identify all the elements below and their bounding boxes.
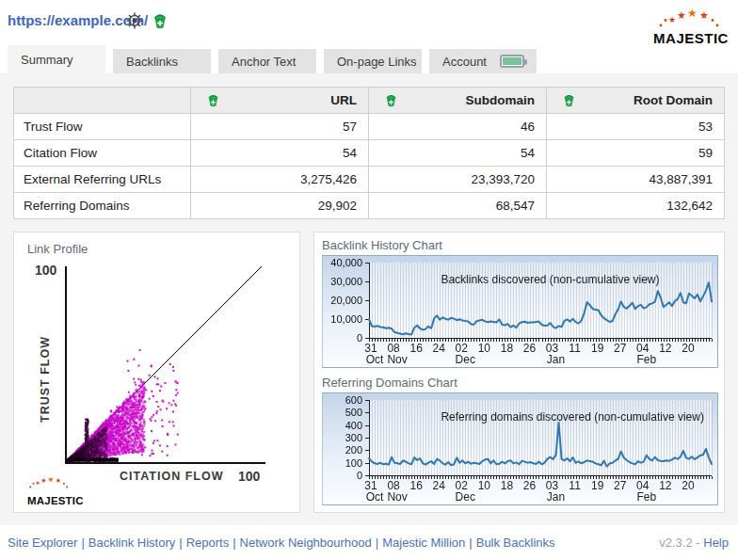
tab-backlinks-label: Backlinks [126,55,178,69]
trust-flow-axis-max-label: 100 [35,263,56,278]
battery-fill [503,57,521,65]
ref-domains-subdomain-value: 68,547 [368,193,546,219]
footer-separator: | [376,536,378,550]
citation-flow-url-value: 54 [190,140,368,167]
metrics-header-row: URL Subdomain Root Domain [14,88,725,114]
tab-summary[interactable]: Summary [8,45,105,73]
footer: Site Explorer|Backlink History|Reports|N… [0,525,738,560]
majestic-extension-window: https://example.com/ [0,0,738,560]
table-row-trust-flow: Trust Flow 57 46 53 [14,114,725,140]
ext-ref-urls-url-value: 3,275,426 [190,167,368,193]
bucket-icon[interactable] [206,92,220,111]
link-backlink-history[interactable]: Backlink History [88,536,175,550]
metrics-corner-cell [14,88,191,114]
tab-summary-label: Summary [21,53,73,67]
charts-row: Link Profile 100 TRUST FLOW CITATION FLO… [13,232,725,513]
link-profile-scatter-chart [63,266,265,466]
footer-separator: | [81,536,84,550]
svg-text:★: ★ [40,476,46,485]
majestic-logo[interactable]: ★ ★ ★ ★ MAJESTIC [653,8,729,45]
column-label-subdomain: Subdomain [465,93,535,107]
ext-ref-urls-root-domain-value: 43,887,391 [546,167,724,193]
row-label: External Referring URLs [14,167,191,193]
ref-domains-url-value: 29,902 [190,193,368,219]
referring-domains-chart-title: Referring Domains Chart [322,376,457,390]
link-reports[interactable]: Reports [186,536,230,550]
trust-flow-axis-label: TRUST FLOW [39,336,52,423]
backlink-history-line-chart [322,255,718,368]
link-site-explorer[interactable]: Site Explorer [8,536,77,550]
link-network-neighbourhood[interactable]: Network Neighbourhood [240,536,372,550]
version-text: v2.3.2 - [659,536,699,550]
tab-anchor-text-label: Anchor Text [232,55,296,69]
svg-text:★: ★ [56,476,61,485]
majestic-mini-logo: ★ ★ ★ ★ MAJESTIC [27,475,88,506]
column-header-subdomain: Subdomain [368,88,546,114]
link-profile-title: Link Profile [27,242,88,256]
footer-version-area: v2.3.2 - Help [659,536,729,550]
tab-on-page-links-label: On-page Links [337,55,417,69]
column-label-root-domain: Root Domain [634,93,713,107]
majestic-brand-text: MAJESTIC [653,32,729,45]
column-header-root-domain: Root Domain [546,88,724,114]
table-row-external-referring-urls: External Referring URLs 3,275,426 23,393… [14,167,725,193]
bucket-icon[interactable] [562,92,576,111]
citation-flow-subdomain-value: 54 [368,140,546,167]
svg-text:★: ★ [47,475,54,484]
link-bulk-backlinks[interactable]: Bulk Backlinks [476,536,555,550]
majestic-stars-icon: ★ ★ ★ ★ [27,475,72,491]
svg-text:★: ★ [677,9,686,22]
bucket-icon[interactable] [384,92,398,111]
ext-ref-urls-subdomain-value: 23,393,720 [368,167,546,193]
table-row-citation-flow: Citation Flow 54 54 59 [14,140,725,167]
footer-separator: | [469,536,472,550]
topbar: https://example.com/ [0,0,738,45]
footer-separator: | [179,536,182,550]
link-help[interactable]: Help [703,536,729,550]
citation-flow-axis-max-label: 100 [238,469,260,484]
column-label-url: URL [330,93,357,107]
row-label: Citation Flow [14,140,191,167]
footer-separator: | [233,536,235,550]
svg-text:★: ★ [35,480,40,486]
trust-flow-root-domain-value: 53 [546,114,724,140]
citation-flow-axis-label: CITATION FLOW [120,470,223,483]
footer-links: Site Explorer|Backlink History|Reports|N… [8,536,555,550]
account-quota-battery-icon [500,55,524,68]
majestic-brand-text: MAJESTIC [27,495,88,506]
table-row-referring-domains: Referring Domains 29,902 68,547 132,642 [14,193,725,219]
add-to-bucket-icon[interactable] [152,11,168,30]
row-label: Trust Flow [14,114,191,140]
tab-bar: Summary Backlinks Anchor Text On-page Li… [0,45,738,73]
link-profile-panel: Link Profile 100 TRUST FLOW CITATION FLO… [13,232,300,513]
svg-text:★: ★ [668,15,676,24]
majestic-stars-icon: ★ ★ ★ ★ [656,8,726,32]
tab-account[interactable]: Account [429,49,537,73]
tab-anchor-text[interactable]: Anchor Text [218,49,316,73]
svg-text:★: ★ [687,8,698,20]
ref-domains-root-domain-value: 132,642 [546,193,724,219]
tab-on-page-links[interactable]: On-page Links [324,49,422,73]
link-majestic-million[interactable]: Majestic Million [382,536,465,550]
backlink-history-chart-title: Backlink History Chart [322,238,442,252]
tab-account-label: Account [442,55,487,69]
svg-text:★: ★ [699,9,709,22]
trust-flow-subdomain-value: 46 [368,114,546,140]
settings-wheel-icon[interactable] [125,11,144,30]
column-header-url: URL [190,88,368,114]
referring-domains-line-chart [322,392,718,505]
trust-flow-url-value: 57 [190,114,368,140]
tab-backlinks[interactable]: Backlinks [113,49,211,73]
row-label: Referring Domains [14,193,191,219]
history-charts-panel: Backlink History Chart Referring Domains… [313,232,725,513]
metrics-table: URL Subdomain Root Domain Trust Flow 57 … [13,87,725,219]
citation-flow-root-domain-value: 59 [546,140,724,167]
